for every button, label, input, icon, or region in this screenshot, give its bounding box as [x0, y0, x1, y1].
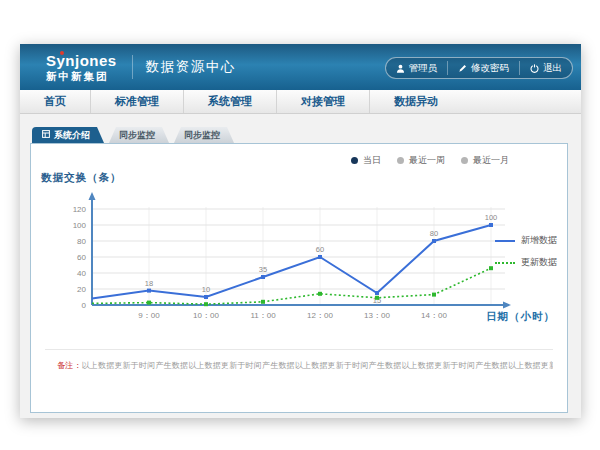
svg-text:80: 80: [430, 229, 438, 238]
note-divider: [45, 349, 553, 350]
chart-panel: 当日 最近一周 最近一月 数据交换（条） 0204060801001209：00…: [30, 143, 568, 413]
svg-text:80: 80: [77, 237, 86, 246]
main-nav: 首页标准管理系统管理对接管理数据异动: [20, 90, 581, 114]
nav-item[interactable]: 对接管理: [276, 90, 369, 113]
filter-option[interactable]: 当日: [351, 154, 381, 167]
header-divider: [132, 55, 133, 79]
legend-item[interactable]: 更新数据: [495, 256, 557, 269]
radio-icon: [461, 157, 468, 164]
user-icon: [396, 64, 405, 73]
svg-text:60: 60: [77, 253, 86, 262]
svg-text:100: 100: [485, 213, 498, 222]
x-axis-title: 日期（小时）: [486, 310, 555, 324]
user-menu-item[interactable]: 修改密码: [447, 61, 519, 75]
svg-text:0: 0: [82, 301, 87, 310]
user-menu-label: 退出: [543, 62, 562, 75]
radio-icon: [397, 157, 404, 164]
nav-item[interactable]: 数据异动: [369, 90, 462, 113]
screenshot-stage: Synjones 新中新集团 数据资源中心 管理员 修改密码 退出 首页标准管理…: [0, 0, 600, 450]
footnote-label: 备注：: [57, 361, 82, 370]
filter-option[interactable]: 最近一周: [397, 154, 445, 167]
footnote: 备注：以上数据更新于时间产生数据以上数据更新于时间产生数据以上数据更新于时间产生…: [57, 360, 553, 371]
svg-text:60: 60: [316, 245, 324, 254]
footnote-text: 以上数据更新于时间产生数据以上数据更新于时间产生数据以上数据更新于时间产生数据以…: [82, 361, 553, 370]
svg-text:11：00: 11：00: [250, 311, 276, 320]
svg-text:20: 20: [77, 285, 86, 294]
chart-container: 0204060801001209：0010：0011：0012：0013：001…: [47, 190, 517, 339]
svg-text:10: 10: [202, 285, 210, 294]
legend-label: 新增数据: [521, 234, 557, 247]
legend-line-sample: [495, 262, 515, 264]
top-header: Synjones 新中新集团 数据资源中心 管理员 修改密码 退出: [20, 44, 581, 90]
legend-item[interactable]: 新增数据: [495, 234, 557, 247]
tab[interactable]: 同步监控: [109, 127, 169, 143]
user-menu-label: 修改密码: [471, 62, 509, 75]
logo-accent-dot: [60, 51, 64, 55]
web-page: Synjones 新中新集团 数据资源中心 管理员 修改密码 退出 首页标准管理…: [20, 44, 581, 418]
tab[interactable]: 系统介绍: [32, 127, 104, 143]
svg-text:120: 120: [73, 205, 87, 214]
page-title: 数据资源中心: [146, 58, 236, 76]
time-range-filters: 当日 最近一周 最近一月: [351, 154, 509, 167]
filter-option[interactable]: 最近一月: [461, 154, 509, 167]
tab-label: 系统介绍: [54, 129, 90, 142]
logo-title: Synjones: [46, 53, 117, 68]
svg-text:14：00: 14：00: [421, 311, 447, 320]
grid-icon: [42, 130, 50, 140]
user-menu-item[interactable]: 退出: [519, 61, 572, 75]
chart-legend: 新增数据 更新数据: [495, 234, 557, 269]
nav-item[interactable]: 标准管理: [90, 90, 183, 113]
svg-text:13：00: 13：00: [364, 311, 390, 320]
logo-subtitle: 新中新集团: [46, 71, 117, 82]
logout-icon: [530, 64, 539, 73]
filter-label: 最近一周: [409, 154, 445, 167]
filter-label: 当日: [363, 154, 381, 167]
nav-item[interactable]: 首页: [20, 90, 90, 113]
line-chart: 0204060801001209：0010：0011：0012：0013：001…: [47, 190, 517, 335]
content-area: 系统介绍 同步监控 同步监控 当日 最近一周 最近一月 数据交换（条） 0204…: [30, 127, 568, 413]
edit-icon: [458, 64, 467, 73]
svg-text:35: 35: [259, 265, 267, 274]
radio-icon: [351, 157, 358, 164]
svg-text:12：00: 12：00: [307, 311, 333, 320]
filter-label: 最近一月: [473, 154, 509, 167]
user-menu-label: 管理员: [409, 62, 438, 75]
user-menu: 管理员 修改密码 退出: [385, 57, 574, 79]
legend-label: 更新数据: [521, 256, 557, 269]
y-axis-title: 数据交换（条）: [41, 171, 122, 185]
svg-text:18: 18: [145, 279, 153, 288]
user-menu-item[interactable]: 管理员: [386, 61, 448, 75]
tab[interactable]: 同步监控: [174, 127, 234, 143]
svg-text:10：00: 10：00: [193, 311, 219, 320]
svg-text:40: 40: [77, 269, 86, 278]
legend-line-sample: [495, 240, 515, 242]
company-logo: Synjones 新中新集团: [46, 53, 117, 82]
nav-item[interactable]: 系统管理: [183, 90, 276, 113]
tab-bar: 系统介绍 同步监控 同步监控: [32, 127, 568, 143]
tab-label: 同步监控: [119, 129, 155, 142]
svg-text:9：00: 9：00: [138, 311, 160, 320]
svg-text:100: 100: [73, 221, 87, 230]
tab-label: 同步监控: [184, 129, 220, 142]
